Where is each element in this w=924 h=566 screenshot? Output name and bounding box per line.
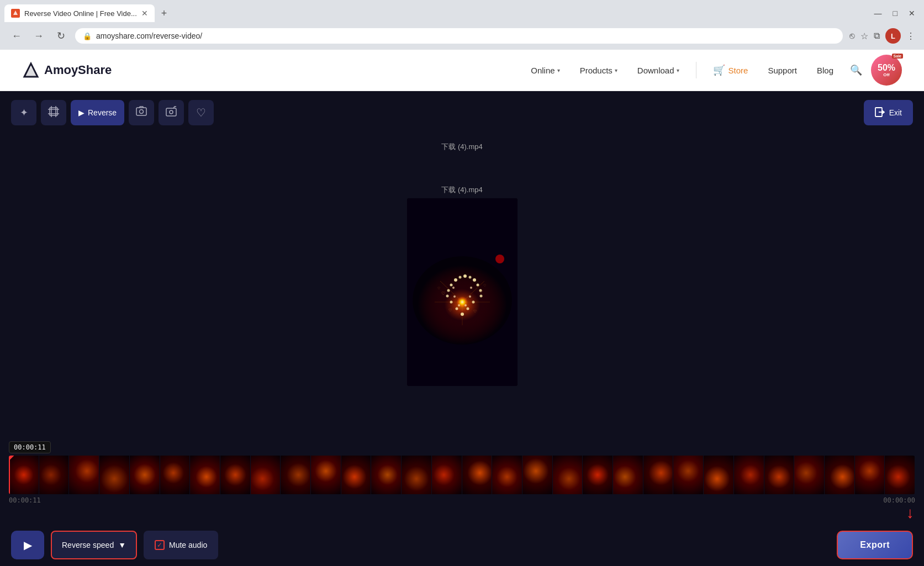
reverse-speed-label: Reverse speed (62, 541, 114, 549)
down-arrow-icon: ↓ (906, 504, 914, 521)
svg-point-23 (447, 289, 450, 292)
refresh-button[interactable]: ↻ (53, 28, 68, 44)
svg-marker-0 (13, 10, 18, 15)
frame-22 (643, 456, 674, 494)
sale-tag-label: Sale (892, 54, 903, 59)
svg-point-31 (466, 308, 469, 310)
frame-20 (583, 456, 613, 494)
reverse-speed-button[interactable]: Reverse speed ▼ (51, 531, 137, 559)
svg-text:♡: ♡ (479, 289, 483, 294)
frame-6 (160, 456, 191, 494)
reverse-tool-button[interactable]: ▶ Reverse (71, 100, 124, 125)
svg-point-18 (458, 276, 461, 279)
browser-chrome: Reverse Video Online | Free Vide... ✕ + … (0, 0, 924, 50)
frame-11 (311, 456, 341, 494)
nav-products-label: Products (580, 66, 613, 75)
frame-9 (251, 456, 281, 494)
exit-label: Exit (889, 108, 902, 117)
address-input[interactable]: 🔒 amoyshare.com/reverse-video/ (75, 28, 843, 44)
svg-point-50 (495, 255, 504, 263)
timeline-end-label: 00:00:00 (883, 496, 915, 504)
extensions-icon[interactable]: ⧉ (874, 31, 880, 41)
svg-text:♡: ♡ (448, 308, 452, 312)
camera-tool-button[interactable] (159, 100, 184, 125)
svg-point-36 (469, 295, 471, 298)
timeline-strip[interactable] (9, 456, 915, 494)
reverse-icon: ▶ (78, 108, 85, 117)
heart-tool-button[interactable]: ♡ (188, 100, 214, 125)
nav-products-chevron: ▾ (615, 67, 617, 73)
new-tab-button[interactable]: + (157, 6, 172, 22)
forward-button[interactable]: → (31, 28, 46, 44)
svg-rect-3 (50, 108, 57, 115)
window-minimize[interactable]: — (874, 9, 882, 18)
nav-blog[interactable]: Blog (809, 61, 841, 80)
svg-text:♡: ♡ (437, 287, 440, 290)
frame-28 (825, 456, 855, 494)
user-avatar[interactable]: L (885, 28, 901, 44)
cart-icon: 🛒 (713, 64, 725, 76)
heart-icon: ♡ (196, 106, 206, 119)
video-filename: 下载 (4).mp4 (441, 142, 482, 152)
nav-separator (696, 62, 696, 78)
mute-checkbox: ✓ (155, 540, 165, 550)
crop-tool-button[interactable] (41, 100, 66, 125)
exit-button[interactable]: Exit (864, 100, 913, 125)
editor-area: ✦ ▶ Reverse (0, 91, 924, 566)
frame-24 (704, 456, 734, 494)
window-maximize[interactable]: □ (893, 9, 897, 18)
svg-point-20 (468, 276, 471, 279)
nav-support[interactable]: Support (760, 61, 805, 80)
frame-29 (855, 456, 885, 494)
sale-percentage: 50% (878, 64, 895, 72)
nav-products[interactable]: Products ▾ (572, 61, 625, 80)
frame-27 (794, 456, 825, 494)
svg-point-24 (446, 295, 448, 298)
mute-audio-button[interactable]: ✓ Mute audio (144, 531, 218, 559)
bottom-controls: ▶ Reverse speed ▼ ✓ Mute audio Export (0, 524, 924, 566)
frame-1 (9, 456, 39, 494)
logo-link[interactable]: AmoyShare (22, 61, 112, 79)
frame-19 (553, 456, 583, 494)
browser-menu-button[interactable]: ⋮ (906, 31, 915, 41)
frame-25 (734, 456, 764, 494)
frame-8 (220, 456, 251, 494)
screenshot-tool-button[interactable] (129, 100, 154, 125)
play-button[interactable]: ▶ (11, 531, 44, 559)
nav-search-button[interactable]: 🔍 (846, 60, 867, 81)
timeline-current-time: 00:00:11 (9, 441, 51, 453)
lock-icon: 🔒 (83, 32, 92, 40)
browser-right-controls: ⎋ ☆ ⧉ L ⋮ (849, 28, 915, 44)
tab-bar: Reverse Video Online | Free Vide... ✕ + … (0, 0, 924, 22)
logo-text: AmoyShare (44, 63, 112, 77)
video-thumbnail: ♡ ♡ ♡ ♡ ♡ ♡ (407, 198, 518, 386)
tab-close-button[interactable]: ✕ (141, 9, 148, 18)
back-icon: ← (12, 30, 22, 42)
export-button[interactable]: Export (837, 531, 913, 559)
timeline-frames (9, 456, 915, 494)
bookmark-icon[interactable]: ☆ (860, 31, 868, 41)
nav-store[interactable]: 🛒 Store (705, 60, 756, 81)
screenshot-icon (135, 105, 147, 120)
video-preview-area: 下载 (4).mp4 下载 (4).mp4 (0, 134, 924, 437)
frame-16 (462, 456, 493, 494)
magic-tool-button[interactable]: ✦ (11, 100, 36, 125)
svg-point-22 (450, 284, 452, 287)
address-text: amoyshare.com/reverse-video/ (96, 31, 835, 40)
window-close[interactable]: ✕ (909, 9, 915, 18)
nav-online[interactable]: Online ▾ (523, 61, 567, 80)
active-tab: Reverse Video Online | Free Vide... ✕ (4, 4, 155, 22)
sale-off-label: Off (883, 72, 890, 77)
nav-download[interactable]: Download ▾ (630, 61, 687, 80)
back-button[interactable]: ← (9, 28, 24, 44)
svg-point-38 (464, 304, 467, 306)
frame-26 (764, 456, 795, 494)
frame-21 (613, 456, 643, 494)
sale-badge[interactable]: Sale 50% Off (871, 55, 902, 86)
svg-point-17 (454, 278, 457, 282)
video-filename-top: 下载 (4).mp4 (441, 185, 482, 195)
refresh-icon: ↻ (57, 30, 65, 42)
heart-particles-svg: ♡ ♡ ♡ ♡ ♡ ♡ (407, 198, 518, 386)
share-icon[interactable]: ⎋ (849, 31, 855, 41)
logo-icon (22, 61, 40, 79)
